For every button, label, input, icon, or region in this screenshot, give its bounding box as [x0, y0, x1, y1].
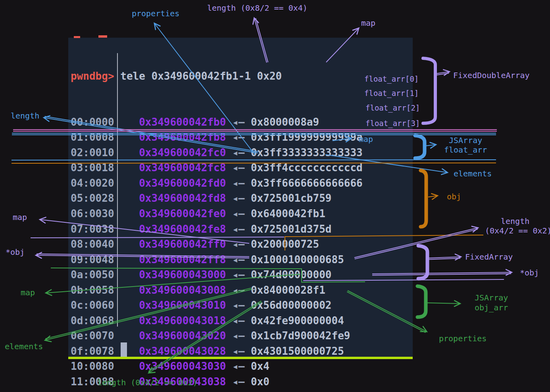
row-arrow-glyph: ◂— [232, 345, 244, 357]
memory-row: 0b:0058 0x349600043008 ◂— 0x84000028f1 [71, 283, 363, 298]
command-text: tele 0x349600042fb1-1 0x20 [120, 70, 282, 82]
row-value: 0x725001cb759 [251, 192, 332, 204]
annotation-label-length-top: length (0x8/2 == 0x4) [207, 4, 308, 12]
bracket-jsarray-float-brace [415, 136, 425, 158]
row-address: 0x349600043020 [139, 330, 226, 342]
annotation-label-length-mid-line2: (0x4/2 == 0x2) [485, 227, 550, 235]
memory-row: 08:0040 0x349600042ff0 ◂— 0x200000725 [71, 237, 363, 252]
row-address: 0x349600042fd0 [139, 177, 226, 189]
row-value: 0x84000028f1 [251, 284, 325, 296]
annotation-line-fda-brace-arrow [435, 72, 449, 74]
row-arrow-glyph: ◂— [232, 269, 244, 281]
row-address: 0x349600042fc0 [139, 147, 226, 159]
memory-row: 01:0008 0x349600042fb8 ◂— 0x3ff199999999… [71, 130, 363, 145]
bracket-fixed-double-array-brace [423, 58, 435, 123]
memory-row: 03:0018 0x349600042fc8 ◂— 0x3ff4cccccccc… [71, 160, 363, 176]
row-offset: 08:0040 [71, 238, 114, 250]
annotation-label-obj-right: obj [447, 193, 461, 201]
row-address: 0x349600043008 [139, 284, 226, 296]
row-arrow-glyph: ◂— [232, 116, 244, 128]
annotation-label-elements-left: elements [5, 342, 43, 351]
memory-row: 0c:0060 0x349600043010 ◂— 0x56d00000002 [71, 298, 363, 313]
row-arrow-glyph: ◂— [232, 360, 244, 372]
row-arrow-glyph: ◂— [232, 299, 244, 311]
row-arrow-glyph: ◂— [232, 131, 244, 143]
row-value: 0x6400042fb1 [251, 208, 325, 220]
row-offset: 0f:0078 [71, 345, 114, 357]
row-arrow-glyph: ◂— [232, 315, 244, 327]
row-arrow-glyph: ◂— [232, 376, 244, 388]
row-value: 0x0 [251, 376, 269, 388]
row-arrow-glyph: ◂— [232, 223, 244, 235]
row-offset: 01:0008 [71, 131, 114, 143]
annotation-label-obj-arr-name: obj_arr [475, 304, 508, 312]
annotation-label-jsarray-float: JSArray [449, 136, 482, 145]
annotation-label-float-arr-2: float_arr[2] [365, 104, 420, 112]
row-value: 0x4301500000725 [251, 345, 344, 357]
row-value: 0x725001d375d [251, 223, 332, 235]
row-value: 0x1000100000685 [251, 254, 344, 266]
row-address: 0x349600043010 [139, 299, 226, 311]
annotation-line-fda-brace-arrow-double [436, 73, 449, 75]
row-arrow-glyph: ◂— [232, 147, 244, 159]
row-address: 0x349600042fb8 [139, 131, 226, 143]
row-offset: 02:0010 [71, 147, 114, 159]
annotation-label-elements-right: elements [454, 170, 492, 178]
row-address: 0x349600042fe0 [139, 208, 226, 220]
row-offset: 06:0030 [71, 208, 114, 220]
annotation-label-map-top: map [361, 19, 375, 27]
annotation-label-map-left: map [13, 213, 27, 222]
row-address: 0x349600042fd8 [139, 192, 226, 204]
row-arrow-glyph: ◂— [232, 238, 244, 250]
memory-row: 0e:0070 0x349600043020 ◂— 0x1cb7d900042f… [71, 328, 363, 344]
bracket-jsarray-obj-brace [417, 286, 426, 317]
memory-row: 09:0048 0x349600042ff8 ◂— 0x100010000068… [71, 252, 363, 268]
terminal-window[interactable]: pwndbg> tele 0x349600042fb1-1 0x20 00:00… [68, 38, 413, 359]
row-arrow-glyph: ◂— [232, 330, 244, 342]
memory-row: 07:0038 0x349600042fe8 ◂— 0x725001d375d [71, 222, 363, 237]
memory-row: 10:0080 0x349600043030 ◂— 0x4 [71, 359, 363, 374]
terminal-bottom-border [68, 357, 413, 359]
row-address: 0x349600043030 [139, 360, 226, 372]
row-offset: 05:0028 [71, 192, 114, 204]
row-offset: 07:0038 [71, 223, 114, 235]
row-value: 0x74d00000000 [251, 269, 332, 281]
memory-row: 00:0000 0x349600042fb0 ◂— 0x8000008a9 [71, 115, 363, 130]
row-arrow-glyph: ◂— [232, 254, 244, 266]
row-address: 0x349600042fe8 [139, 223, 226, 235]
row-offset: 00:0000 [71, 116, 114, 128]
terminal-text: pwndbg> tele 0x349600042fb1-1 0x20 00:00… [71, 38, 363, 392]
row-value: 0x3ff199999999999a [251, 131, 363, 143]
row-arrow-glyph: ◂— [232, 177, 244, 189]
annotation-label-float-arr-1: float_arr[1] [364, 90, 419, 98]
terminal-rows: 00:0000 0x349600042fb0 ◂— 0x8000008a901:… [71, 115, 363, 390]
annotation-label-length-left: length [11, 112, 39, 120]
annotation-label-properties-top: properties [132, 10, 179, 18]
row-address: 0x349600042ff0 [139, 238, 226, 250]
memory-row: 05:0028 0x349600042fd8 ◂— 0x725001cb759 [71, 191, 363, 206]
row-address: 0x349600043018 [139, 315, 226, 327]
annotation-line-fixed-array-arrow [429, 257, 460, 258]
annotation-label-obj-star-left: *obj [6, 248, 25, 256]
memory-row: 02:0010 0x349600042fc0 ◂— 0x3ff333333333… [71, 145, 363, 161]
terminal-cursor[interactable] [121, 342, 127, 357]
annotation-line-fixed-array-arrow-double [429, 258, 460, 259]
annotation-label-jsarray-obj: JSArray [475, 294, 508, 302]
row-value: 0x56d00000002 [251, 299, 332, 311]
row-value: 0x42fe900000004 [251, 315, 344, 327]
row-value: 0x3ff6666666666666 [251, 177, 363, 189]
prompt-label: pwndbg> [71, 70, 114, 82]
clipped-prompt-sliver [98, 35, 107, 38]
row-value: 0x200000725 [251, 238, 319, 250]
row-address: 0x349600042ff8 [139, 254, 226, 266]
row-value: 0x4 [251, 360, 269, 372]
row-offset: 03:0018 [71, 162, 114, 174]
bracket-obj-brace [421, 170, 426, 227]
row-value: 0x8000008a9 [251, 116, 319, 128]
row-arrow-glyph: ◂— [232, 208, 244, 220]
annotation-label-fixed-double-array: FixedDoubleArray [453, 71, 530, 80]
row-offset: 0c:0060 [71, 299, 114, 311]
annotation-line-obj-brace-arrow [428, 196, 437, 197]
memory-row: 04:0020 0x349600042fd0 ◂— 0x3ff666666666… [71, 176, 363, 191]
row-arrow-glyph: ◂— [232, 284, 244, 296]
